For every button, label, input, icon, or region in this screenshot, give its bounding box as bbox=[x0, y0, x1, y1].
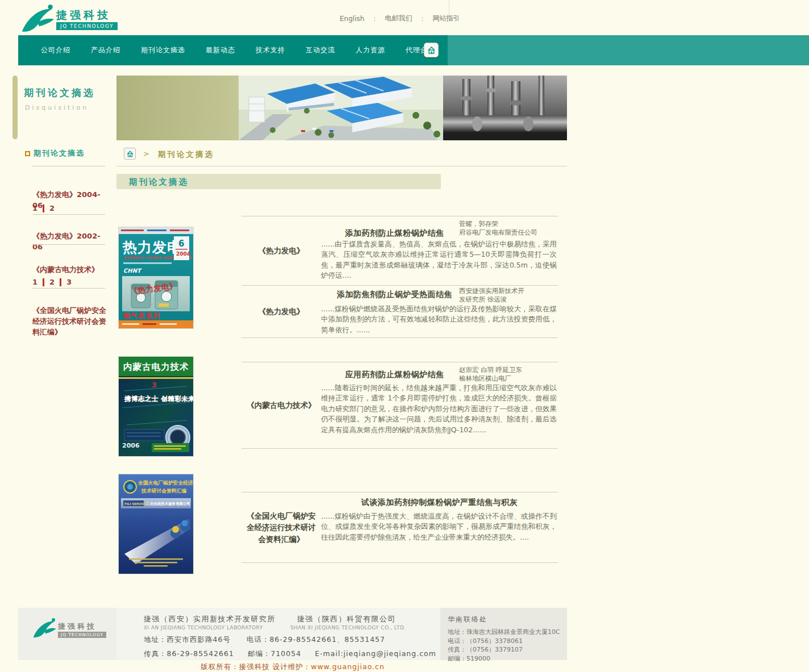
nav-item-hr[interactable]: 人力资源 bbox=[356, 45, 385, 55]
nav-item-news[interactable]: 最新动态 bbox=[206, 45, 235, 55]
svg-text:热力发电: 热力发电 bbox=[122, 239, 182, 256]
footer-company2-en: SHAN XI JIEQIANG TECHNOLOGY CO., LTD. bbox=[290, 625, 406, 631]
home-icon bbox=[126, 150, 134, 158]
footer-tel: 电话：86-29-85542661、85531457 bbox=[247, 635, 385, 645]
article-row: 《内蒙古电力技术》 应用药剂防止煤粉锅炉结焦 赵崇宏 白羽 呼延卫东 榆林地区横… bbox=[241, 362, 558, 449]
sidebar-title: 期刊论文摘选 bbox=[24, 86, 95, 99]
footer-address: 地址：西安市西影路46号 bbox=[144, 635, 231, 645]
article-row: 《全国火电厂锅炉安全经济运行技术研讨会资料汇编》 试谈添加药剂抑制煤粉锅炉严重结… bbox=[241, 492, 558, 563]
svg-text:2006: 2006 bbox=[122, 442, 140, 449]
sidebar-divider bbox=[32, 166, 105, 166]
logo-swoosh-icon bbox=[32, 617, 57, 640]
article-title: 添加药剂防止煤粉锅炉结焦 bbox=[321, 228, 468, 239]
authors-line: 赵崇宏 白羽 呼延卫东 bbox=[459, 366, 557, 374]
authors-line: 榆林地区横山电厂 bbox=[459, 374, 557, 383]
svg-text:携博志之士 创精彩未来: 携博志之士 创精彩未来 bbox=[124, 395, 193, 403]
breadcrumb-arrow: > bbox=[143, 149, 149, 158]
footer-logo-text-en: JQ TECHNOLOGY bbox=[58, 632, 106, 638]
journal-cover-relifadian: 热力发电 THERMAL POWER GENERATION 6 2004 CHN… bbox=[119, 227, 193, 328]
sidebar-group-proceedings[interactable]: 《全国火电厂锅炉安全经济运行技术研讨会资料汇编》 bbox=[32, 306, 107, 338]
nav-item-support[interactable]: 技术支持 bbox=[256, 45, 285, 55]
sidebar-subtitle: Disquisition bbox=[25, 104, 89, 111]
header-links: English : 电邮我们 : 网站指引 bbox=[340, 14, 460, 23]
sidebar-group-nmg[interactable]: 《内蒙古电力技术》 bbox=[32, 265, 107, 276]
article-body: 添加防焦剂防止锅炉受热面结焦 西安捷强实用新技术开 发研究所 徐远浚 .....… bbox=[321, 286, 558, 337]
article-row: 《热力发电》 添加药剂防止煤粉锅炉结焦 菅耀，郭存荣 府谷电厂发电有限责任公司 … bbox=[241, 216, 558, 285]
journal-name: 《内蒙古电力技术》 bbox=[241, 362, 321, 448]
sidebar-group-rlfd-2002[interactable]: 《热力发电》2002-06 bbox=[32, 231, 107, 253]
page-link-2[interactable]: 2 bbox=[49, 204, 55, 212]
page-link-1[interactable]: 1 bbox=[32, 278, 37, 286]
footer-logo-block: 捷强科技 JQ TECHNOLOGY bbox=[18, 608, 116, 660]
article-abstract: ......煤粉锅炉由于热强度大、燃烧温度高，在锅炉设计不合理、或操作不到位、或… bbox=[321, 511, 557, 542]
link-separator: : bbox=[373, 15, 376, 23]
journal-name: 《热力发电》 bbox=[241, 216, 321, 285]
link-sitemap[interactable]: 网站指引 bbox=[432, 14, 460, 23]
sidebar-item-papers[interactable]: 期刊论文摘选 bbox=[25, 148, 85, 158]
article-title: 试谈添加药剂抑制煤粉锅炉严重结焦与积灰 bbox=[321, 498, 558, 508]
article-title: 应用药剂防止煤粉锅炉结焦 bbox=[321, 370, 468, 380]
page-separator bbox=[43, 278, 44, 286]
page-link-3[interactable]: 3 bbox=[66, 278, 72, 286]
article-title: 添加防焦剂防止锅炉受热面结焦 bbox=[321, 290, 468, 300]
link-english[interactable]: English bbox=[340, 15, 364, 23]
page-separator bbox=[43, 204, 44, 212]
breadcrumb-home-button[interactable] bbox=[124, 148, 136, 160]
breadcrumb-divider bbox=[116, 166, 567, 166]
designer-site-link[interactable]: www.guangjiao.cn bbox=[311, 662, 385, 671]
svg-text:技术研讨会资料汇编: 技术研讨会资料汇编 bbox=[141, 488, 186, 494]
journal-name: 《全国火电厂锅炉安全经济运行技术研讨会资料汇编》 bbox=[241, 492, 321, 562]
authors-line: 府谷电厂发电有限责任公司 bbox=[459, 228, 557, 237]
page-link-2[interactable]: 2 bbox=[49, 278, 55, 286]
breadcrumb-current[interactable]: 期刊论文摘选 bbox=[158, 149, 214, 160]
company-logo[interactable]: 捷强科技 JQ TECHNOLOGY bbox=[20, 3, 125, 33]
link-email-us[interactable]: 电邮我们 bbox=[385, 14, 412, 23]
page-link-1[interactable]: 1 bbox=[32, 204, 37, 212]
svg-text:3: 3 bbox=[152, 381, 157, 389]
factory-aerial-image bbox=[239, 76, 443, 140]
header-divider bbox=[449, 0, 449, 17]
svg-text:燃气表系列: 燃气表系列 bbox=[123, 312, 160, 320]
article-authors: 西安捷强实用新技术开 发研究所 徐远浚 bbox=[459, 287, 557, 304]
section-title-bar: 期刊论文摘选 bbox=[116, 174, 441, 189]
page: 捷强科技 JQ TECHNOLOGY English : 电邮我们 : 网站指引… bbox=[0, 0, 809, 672]
footer-fax: 传真：86-29-85542661 bbox=[144, 649, 234, 659]
south-office-tel: 电话：（0756）3378061 bbox=[448, 637, 560, 646]
logo-swoosh-icon bbox=[20, 3, 55, 34]
article-authors: 菅耀，郭存荣 府谷电厂发电有限责任公司 bbox=[459, 220, 557, 237]
main-nav: 公司介绍 产品介绍 期刊论文摘选 最新动态 技术支持 互动交流 人力资源 代理合… bbox=[18, 35, 809, 65]
article-body: 应用药剂防止煤粉锅炉结焦 赵崇宏 白羽 呼延卫东 榆林地区横山电厂 ......… bbox=[321, 362, 558, 448]
footer-email-link[interactable]: E-mail:jieqiang@jieqiang.com bbox=[315, 649, 436, 659]
footer-company2-cn: 捷强（陕西）科贸有限公司 bbox=[297, 614, 396, 624]
section-title: 期刊论文摘选 bbox=[129, 177, 189, 187]
article-abstract: ......煤粉锅炉燃烧器及受热面结焦对锅炉的运行及传热影响较大，采取在煤中添加… bbox=[321, 304, 557, 335]
svg-text:内蒙古电力技术: 内蒙古电力技术 bbox=[123, 362, 189, 372]
footer-logo-text-cn: 捷强科技 bbox=[58, 621, 97, 632]
nav-item-products[interactable]: 产品介绍 bbox=[91, 45, 120, 55]
nav-item-papers[interactable]: 期刊论文摘选 bbox=[141, 45, 185, 55]
sidebar-divider bbox=[32, 288, 105, 289]
article-abstract: ......由于煤质含炭量高、热值高、灰熔点低，在锅炉运行中极易结焦，采用蒸汽、… bbox=[321, 239, 557, 281]
authors-line: 发研究所 徐远浚 bbox=[459, 295, 557, 304]
nav-item-exchange[interactable]: 互动交流 bbox=[306, 45, 335, 55]
svg-text:2004: 2004 bbox=[176, 251, 190, 257]
copyright-line: 版权所有：接强科技 设计维护：www.guangjiao.cn bbox=[18, 662, 567, 672]
authors-line: 菅耀，郭存荣 bbox=[459, 220, 557, 228]
copyright-text: 版权所有：接强科技 设计维护： bbox=[201, 662, 311, 671]
journal-cover-neimenggu: 内蒙古电力技术 3 携博志之士 创精彩未来 2006 bbox=[119, 357, 193, 456]
article-abstract: ......随着运行时间的延长，结焦越来越严重，打焦和用压缩空气吹灰亦难以维持正… bbox=[321, 383, 557, 435]
svg-text:全国火电厂锅炉安全经济运行: 全国火电厂锅炉安全经济运行 bbox=[137, 480, 193, 486]
footer-company1-cn: 捷强（西安）实用新技术开发研究所 bbox=[144, 614, 276, 624]
sidebar-pages-group0: 1 2 bbox=[32, 204, 55, 212]
nav-item-company[interactable]: 公司介绍 bbox=[41, 45, 70, 55]
journal-name: 《热力发电》 bbox=[241, 286, 321, 337]
svg-text:工业在线技术服务有限公司: 工业在线技术服务有限公司 bbox=[146, 502, 190, 506]
footer-company1-en: XI AN JIEQIANG TECHNOLOGY LABORATORY bbox=[144, 625, 269, 631]
sidebar-pages-group2: 1 2 3 bbox=[32, 278, 72, 286]
south-office-address: 地址：珠海吉大园林路金景商业大厦10C bbox=[448, 628, 560, 637]
link-separator: : bbox=[421, 15, 423, 23]
home-button[interactable] bbox=[424, 43, 439, 57]
svg-text:FILI SERVICE: FILI SERVICE bbox=[124, 502, 147, 506]
page-separator bbox=[60, 278, 61, 286]
article-body: 试谈添加药剂抑制煤粉锅炉严重结焦与积灰 ......煤粉锅炉由于热强度大、燃烧温… bbox=[321, 492, 558, 562]
